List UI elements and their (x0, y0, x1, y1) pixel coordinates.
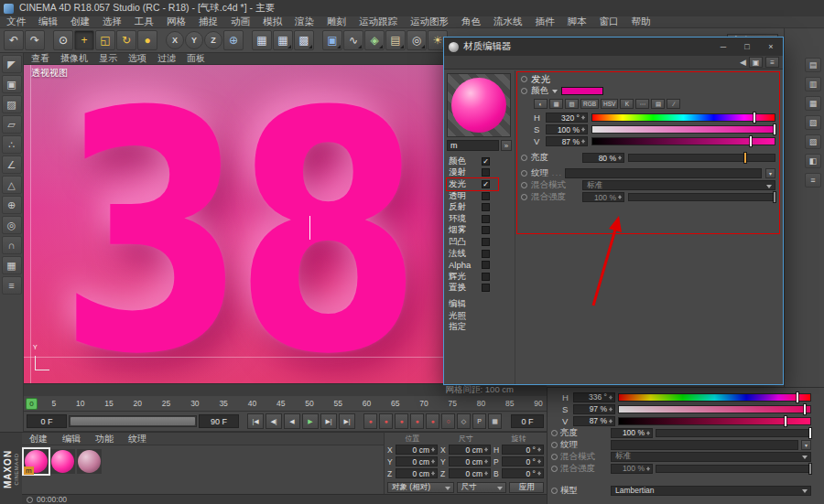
render-picture-viewer-icon[interactable]: ▦ (273, 30, 293, 50)
viewport-menu-item-4[interactable]: 过滤 (152, 52, 181, 65)
anim-dot-me-blend-strength[interactable] (521, 194, 527, 200)
me-blend-mode-dropdown[interactable]: 标准 (582, 180, 775, 190)
me-h-slider[interactable] (591, 113, 775, 122)
right-dock-icon-7[interactable]: ≡ (805, 173, 821, 188)
play-button[interactable]: ▶ (302, 413, 319, 429)
x-lock-icon[interactable]: X (166, 31, 184, 49)
dock-window-icon[interactable]: ▣ (749, 57, 763, 68)
attr-model-dropdown[interactable]: Lambertian (611, 486, 811, 496)
menu-item-8[interactable]: 模拟 (256, 16, 288, 28)
coord-size-mode-dropdown[interactable]: 尺寸 (457, 482, 507, 493)
menu-item-16[interactable]: 脚本 (561, 16, 593, 28)
channel-row-1[interactable]: 漫射 (447, 167, 498, 179)
luminance-color-swatch[interactable] (561, 87, 603, 95)
viewport-solo-icon[interactable]: ◎ (2, 216, 22, 234)
undo-icon[interactable]: ↶ (4, 30, 24, 50)
coord-value-rotation-P[interactable]: 0 ° (502, 456, 544, 466)
material-tab-3[interactable]: 纹理 (121, 433, 154, 445)
coord-value-rotation-H[interactable]: 0 ° (502, 445, 544, 455)
record-rotation-button[interactable]: ● (410, 413, 424, 429)
channel-checkbox[interactable] (482, 192, 490, 200)
me-blend-strength-slider[interactable] (628, 193, 775, 201)
slider-marker[interactable] (750, 136, 752, 146)
anim-dot-me-brightness[interactable] (521, 155, 527, 161)
anim-dot-luminance[interactable] (521, 76, 527, 82)
material-editor-titlebar[interactable]: 材质编辑器 ─ □ × (444, 38, 783, 56)
color-wheel-icon[interactable]: ◐ (534, 99, 548, 109)
goto-end-button[interactable]: ▶| (339, 413, 355, 429)
right-dock-icon-3[interactable]: ▦ (805, 96, 821, 111)
timeline-playhead[interactable]: 0 (26, 398, 38, 410)
menu-item-9[interactable]: 渲染 (288, 16, 320, 28)
rgb-mode-button[interactable]: RGB (580, 99, 599, 109)
maximize-button[interactable]: □ (735, 38, 759, 56)
swatches-icon[interactable]: ▤ (651, 99, 665, 109)
attr-texture-field[interactable] (611, 440, 798, 450)
keyframe-selection-button[interactable]: ◇ (457, 413, 471, 429)
coord-value-size-Y[interactable]: 0 cm (449, 456, 491, 466)
channel-row-10[interactable]: 辉光 (447, 271, 498, 283)
render-view-icon[interactable]: ▦ (252, 30, 272, 50)
menu-item-15[interactable]: 插件 (529, 16, 561, 28)
menu-item-6[interactable]: 捕捉 (192, 16, 224, 28)
channel-checkbox[interactable]: ✓ (482, 157, 490, 166)
menu-item-0[interactable]: 文件 (0, 16, 32, 28)
menu-item-10[interactable]: 雕刻 (320, 16, 352, 28)
anim-dot-me-texture[interactable] (521, 170, 527, 177)
menu-item-17[interactable]: 窗口 (593, 16, 625, 28)
attr-texture-browse-button[interactable]: ▾ (801, 440, 811, 450)
z-lock-icon[interactable]: Z (204, 31, 222, 49)
channel-row-5[interactable]: 环境 (447, 213, 498, 225)
material-name-field[interactable]: m (447, 140, 499, 151)
coord-value-position-X[interactable]: 0 cm (396, 445, 438, 455)
timeline-end-field[interactable]: 90 F (199, 414, 239, 428)
channel-row-9[interactable]: Alpha (447, 259, 498, 271)
right-dock-icon-4[interactable]: ▧ (805, 115, 821, 130)
channel-checkbox[interactable] (482, 215, 490, 223)
timeline-ruler[interactable]: 0 051015202530354045505560657075808590 (24, 396, 547, 412)
channel-checkbox[interactable] (482, 273, 490, 281)
channel-row-3[interactable]: 透明 (447, 190, 498, 202)
kelvin-mode-button[interactable]: K (620, 99, 634, 109)
coord-mode-dropdown[interactable]: 对象 (相对) (387, 482, 454, 493)
prev-key-button[interactable]: ◀| (266, 413, 282, 429)
current-frame-field[interactable]: 0 F (511, 414, 544, 428)
channel-row-4[interactable]: 反射 (447, 201, 498, 213)
menu-item-7[interactable]: 动画 (224, 16, 256, 28)
attr-blend-strength-slider[interactable] (656, 465, 811, 473)
channel-checkbox[interactable] (482, 284, 490, 292)
points-mode-icon[interactable]: ∴ (2, 135, 22, 154)
coord-value-position-Z[interactable]: 0 cm (396, 468, 438, 478)
slider-marker[interactable] (785, 416, 786, 426)
menu-item-13[interactable]: 角色 (455, 16, 487, 28)
balloon-text-object[interactable]: 38 (59, 70, 410, 383)
me-v-slider[interactable] (591, 137, 775, 145)
me-texture-field[interactable] (565, 168, 762, 178)
record-keyframe-button[interactable]: ● (363, 413, 377, 429)
apply-button[interactable]: 应用 (509, 482, 544, 493)
next-frame-button[interactable]: ▶| (320, 413, 337, 429)
timeline-start-field[interactable]: 0 F (27, 414, 67, 428)
slider-marker[interactable] (754, 113, 755, 123)
attr-s-slider[interactable] (618, 405, 811, 413)
material-thumb-0[interactable]: m (24, 449, 49, 474)
quantize-icon[interactable]: ≡ (2, 276, 22, 295)
attr-blend-mode-dropdown[interactable]: 标准 (611, 452, 811, 462)
material-preview[interactable] (447, 73, 511, 137)
material-tab-0[interactable]: 创建 (22, 433, 55, 445)
slider-marker[interactable] (774, 124, 775, 134)
texture-mode-icon[interactable]: ▨ (2, 95, 22, 113)
image-picker-icon[interactable]: ▨ (565, 99, 579, 109)
viewport-menu-item-2[interactable]: 显示 (93, 52, 123, 65)
add-generator-icon[interactable]: ◈ (364, 30, 385, 50)
channel-checkbox[interactable] (482, 238, 490, 246)
me-s-value-field[interactable]: 100 % (546, 124, 588, 134)
mixer-icon[interactable]: ⋯ (635, 99, 649, 109)
channel-checkbox[interactable] (482, 203, 490, 211)
material-cycle-button[interactable]: » (501, 140, 512, 151)
anim-dot-blend-mode[interactable] (551, 454, 558, 460)
me-v-value-field[interactable]: 87 % (546, 136, 588, 146)
recent-tool-icon[interactable]: ● (137, 30, 157, 50)
autokey-button[interactable]: ○ (441, 413, 455, 429)
scale-tool-icon[interactable]: ◱ (95, 30, 115, 50)
